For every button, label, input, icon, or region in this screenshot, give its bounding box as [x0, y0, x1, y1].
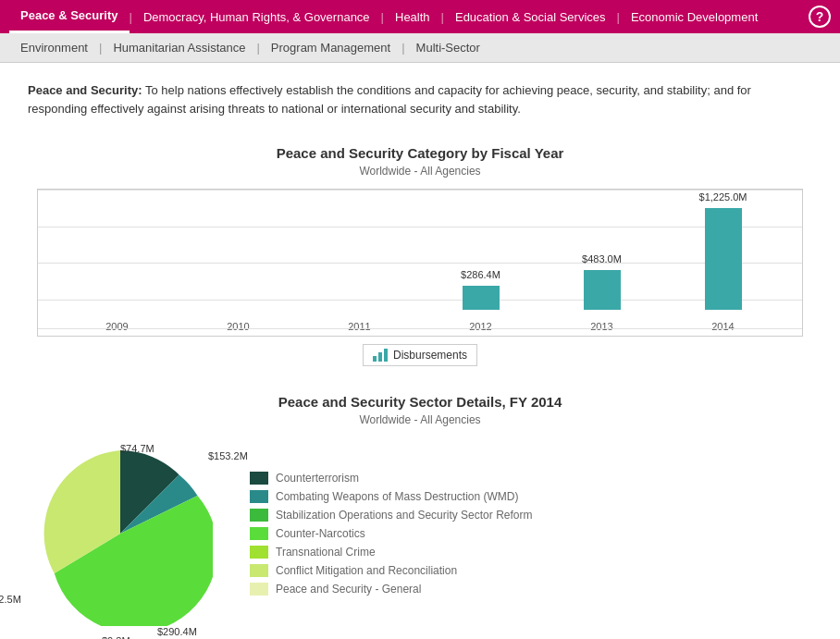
- bar-2013-rect: [584, 270, 621, 310]
- nav-education[interactable]: Education & Social Services: [444, 0, 617, 33]
- label-747: $74.7M: [120, 443, 154, 454]
- bar-2012: $286.4M: [420, 286, 541, 310]
- label-7025: $702.5M: [0, 594, 21, 605]
- nav-humanitarian[interactable]: Humanitarian Assistance: [102, 33, 256, 63]
- pie-chart-subtitle: Worldwide - All Agencies: [28, 413, 812, 426]
- year-label-2009: 2009: [56, 321, 178, 332]
- legend-label-counterterrorism: Counterterrorism: [276, 472, 359, 485]
- nav-environment[interactable]: Environment: [9, 33, 99, 63]
- pie-chart-section: Peace and Security Sector Details, FY 20…: [28, 394, 812, 626]
- bar-chart-subtitle: Worldwide - All Agencies: [28, 165, 812, 178]
- bar-chart-container: $286.4M $483.0M $1,225.0M: [37, 189, 803, 337]
- legend-label-peace-general: Peace and Security - General: [276, 583, 421, 596]
- bar-chart-title: Peace and Security Category by Fiscal Ye…: [28, 145, 812, 161]
- swatch-counter-narcotics: [250, 527, 268, 540]
- year-label-2014: 2014: [662, 321, 784, 332]
- intro-paragraph: Peace and Security: To help nations effe…: [28, 81, 812, 117]
- year-label-2010: 2010: [178, 321, 299, 332]
- pie-chart-wrapper: $153.2M $74.7M $702.5M $0.3M $290.4M $3.…: [28, 441, 213, 626]
- bar-2013-label: $483.0M: [582, 253, 622, 264]
- icon-bar-3: [384, 349, 388, 362]
- disbursements-label: Disbursements: [393, 349, 467, 362]
- nav-program[interactable]: Program Management: [260, 33, 401, 63]
- label-2904: $290.4M: [157, 626, 197, 637]
- pie-chart-title: Peace and Security Sector Details, FY 20…: [28, 394, 812, 410]
- nav-health[interactable]: Health: [384, 0, 441, 33]
- nav-peace-security[interactable]: Peace & Security: [9, 0, 130, 33]
- swatch-counterterrorism: [250, 472, 268, 485]
- legend-label-transnational: Transnational Crime: [276, 546, 376, 559]
- legend-label-conflict: Conflict Mitigation and Reconciliation: [276, 564, 457, 577]
- bar-2012-rect: [463, 286, 500, 310]
- help-button[interactable]: ?: [809, 6, 831, 28]
- icon-bar-1: [373, 356, 377, 362]
- pie-legend: Counterterrorism Combating Weapons of Ma…: [250, 472, 532, 596]
- bar-2014-label: $1,225.0M: [699, 191, 747, 203]
- label-153: $153.2M: [208, 450, 248, 461]
- year-label-2013: 2013: [541, 321, 662, 332]
- legend-button-container: Disbursements: [28, 344, 812, 366]
- swatch-stabilization: [250, 509, 268, 522]
- bar-2014-rect: [705, 208, 742, 310]
- top-nav: Peace & Security | Democracy, Human Righ…: [0, 0, 840, 33]
- legend-label-counter-narcotics: Counter-Narcotics: [276, 527, 365, 540]
- legend-counterterrorism: Counterterrorism: [250, 472, 532, 485]
- swatch-wmd: [250, 490, 268, 503]
- legend-label-stabilization: Stabilization Operations and Security Se…: [276, 509, 532, 522]
- pie-content: $153.2M $74.7M $702.5M $0.3M $290.4M $3.…: [28, 441, 812, 626]
- swatch-peace-general: [250, 583, 268, 596]
- grid-line-top: [38, 190, 802, 190]
- nav-economic[interactable]: Economic Development: [620, 0, 769, 33]
- bar-chart-section: Peace and Security Category by Fiscal Ye…: [28, 145, 812, 366]
- year-labels: 2009 2010 2011 2012 2013 2014: [56, 313, 784, 332]
- legend-label-wmd: Combating Weapons of Mass Destruction (W…: [276, 490, 519, 503]
- label-03: $0.3M: [102, 635, 130, 639]
- disbursements-button[interactable]: Disbursements: [363, 344, 477, 366]
- bottom-nav: Environment | Humanitarian Assistance | …: [0, 33, 840, 63]
- nav-sep-3: |: [441, 10, 444, 24]
- swatch-conflict: [250, 564, 268, 577]
- disbursements-icon: [373, 349, 388, 362]
- legend-wmd: Combating Weapons of Mass Destruction (W…: [250, 490, 532, 503]
- bars-group: $286.4M $483.0M $1,225.0M: [56, 208, 784, 310]
- pie-chart-svg: [28, 441, 213, 626]
- bar-2013: $483.0M: [541, 270, 662, 310]
- bar-2012-label: $286.4M: [461, 269, 500, 280]
- nav-democracy[interactable]: Democracy, Human Rights, & Governance: [132, 0, 381, 33]
- nav-sep-4: |: [617, 10, 620, 24]
- year-label-2012: 2012: [420, 321, 541, 332]
- main-content: Peace and Security: To help nations effe…: [0, 63, 840, 639]
- icon-bar-2: [378, 352, 382, 362]
- nav-sep-1: |: [130, 10, 132, 24]
- legend-conflict: Conflict Mitigation and Reconciliation: [250, 564, 532, 577]
- year-label-2011: 2011: [299, 321, 420, 332]
- legend-transnational: Transnational Crime: [250, 546, 532, 559]
- nav-sep-2: |: [381, 10, 384, 24]
- legend-peace-general: Peace and Security - General: [250, 583, 532, 596]
- legend-stabilization: Stabilization Operations and Security Se…: [250, 509, 532, 522]
- bar-2014: $1,225.0M: [662, 208, 784, 310]
- nav-multisector[interactable]: Multi-Sector: [405, 33, 491, 63]
- legend-counter-narcotics: Counter-Narcotics: [250, 527, 532, 540]
- intro-bold: Peace and Security:: [28, 83, 142, 97]
- swatch-transnational: [250, 546, 268, 559]
